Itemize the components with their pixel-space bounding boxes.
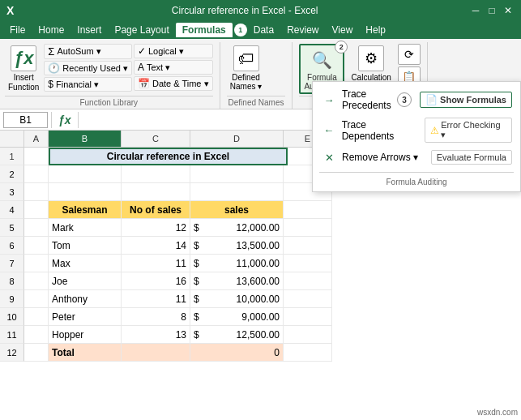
menu-review[interactable]: Review xyxy=(280,23,325,37)
cell-a4[interactable] xyxy=(24,201,49,219)
cell-c7[interactable]: 11 xyxy=(122,255,190,272)
row-num-5: 5 xyxy=(0,219,24,237)
cell-e6[interactable] xyxy=(284,237,332,255)
table-row: 5 Mark 12 $12,000.00 xyxy=(0,219,521,237)
cell-a6[interactable] xyxy=(24,237,49,255)
insert-function-btn[interactable]: ƒx InsertFunction xyxy=(5,44,42,94)
logical-btn[interactable]: ✓ Logical ▾ xyxy=(134,44,213,58)
corner-cell xyxy=(0,131,24,147)
cell-e10[interactable] xyxy=(284,308,332,326)
cell-a9[interactable] xyxy=(24,290,49,308)
menu-insert[interactable]: Insert xyxy=(70,23,108,37)
error-checking-btn[interactable]: ⚠ Error Checking ▾ xyxy=(425,118,512,143)
cell-c6[interactable]: 14 xyxy=(122,237,190,255)
cell-b4[interactable]: Salesman xyxy=(49,201,122,219)
cell-b12[interactable]: Total xyxy=(49,344,122,362)
cell-d6[interactable]: $13,500.00 xyxy=(190,237,284,255)
cell-e9[interactable] xyxy=(284,290,332,308)
cell-e5[interactable] xyxy=(284,219,332,237)
cell-b5[interactable]: Mark xyxy=(49,219,122,237)
cell-d12[interactable]: 0 xyxy=(190,344,284,362)
cell-a2[interactable] xyxy=(24,165,49,183)
cell-a12[interactable] xyxy=(24,344,49,362)
cell-a10[interactable] xyxy=(24,308,49,326)
cell-c12[interactable] xyxy=(122,344,190,362)
cell-a5[interactable] xyxy=(24,219,49,237)
cell-c11[interactable]: 13 xyxy=(122,326,190,344)
watermark: wsxdn.com xyxy=(477,408,518,417)
cell-d7[interactable]: $11,000.00 xyxy=(190,255,284,272)
financial-btn[interactable]: $ Financial ▾ xyxy=(44,77,132,92)
trace-dependents-item[interactable]: ← Trace Dependents ⚠ Error Checking ▾ xyxy=(313,114,520,146)
cell-b10[interactable]: Peter xyxy=(49,308,122,326)
show-formulas-inline-btn[interactable]: 📄 Show Formulas xyxy=(420,92,512,108)
text-btn[interactable]: A Text ▾ xyxy=(134,60,213,75)
group-defined-names: 🏷 DefinedNames ▾ Defined Names xyxy=(220,42,293,109)
name-box[interactable] xyxy=(3,112,48,128)
cell-c4[interactable]: No of sales xyxy=(122,201,190,219)
cell-e11[interactable] xyxy=(284,326,332,344)
minimize-btn[interactable]: ─ xyxy=(469,4,482,17)
menu-data[interactable]: Data xyxy=(247,23,280,37)
cell-d8[interactable]: $13,600.00 xyxy=(190,272,284,290)
menu-bar: File Home Insert Page Layout Formulas 1 … xyxy=(0,21,521,39)
menu-file[interactable]: File xyxy=(3,23,32,37)
cell-b6[interactable]: Tom xyxy=(49,237,122,255)
cell-d10[interactable]: $9,000.00 xyxy=(190,308,284,326)
cell-e7[interactable] xyxy=(284,255,332,272)
maximize-btn[interactable]: □ xyxy=(485,4,498,17)
cell-d4[interactable]: sales xyxy=(190,201,284,219)
col-header-a[interactable]: A xyxy=(24,131,49,147)
autosum-btn[interactable]: Σ AutoSum ▾ xyxy=(44,44,132,59)
cell-c3[interactable] xyxy=(122,183,190,201)
cell-b9[interactable]: Anthony xyxy=(49,290,122,308)
fx-icon: ƒx xyxy=(11,45,36,71)
popup-footer: Formula Auditing xyxy=(313,176,520,188)
recently-used-btn[interactable]: 🕐 Recently Used ▾ xyxy=(44,61,132,75)
cell-a1[interactable] xyxy=(24,148,49,165)
menu-formulas[interactable]: Formulas xyxy=(176,23,233,37)
cell-a11[interactable] xyxy=(24,326,49,344)
cell-b8[interactable]: Joe xyxy=(49,272,122,290)
cell-c8[interactable]: 16 xyxy=(122,272,190,290)
menu-view[interactable]: View xyxy=(326,23,360,37)
cell-a7[interactable] xyxy=(24,255,49,272)
cell-d3[interactable] xyxy=(190,183,284,201)
table-row: 12 Total 0 xyxy=(0,344,521,362)
cell-d5[interactable]: $12,000.00 xyxy=(190,219,284,237)
cell-e12[interactable] xyxy=(284,344,332,362)
table-row: 6 Tom 14 $13,500.00 xyxy=(0,237,521,255)
col-header-b[interactable]: B xyxy=(49,131,122,147)
datetime-btn[interactable]: 📅 Date & Time ▾ xyxy=(134,76,213,91)
cell-d9[interactable]: $10,000.00 xyxy=(190,290,284,308)
cell-c10[interactable]: 8 xyxy=(122,308,190,326)
menu-home[interactable]: Home xyxy=(32,23,70,37)
cell-c5[interactable]: 12 xyxy=(122,219,190,237)
cell-a3[interactable] xyxy=(24,183,49,201)
cell-b1[interactable]: Circular reference in Excel xyxy=(49,148,288,165)
menu-page-layout[interactable]: Page Layout xyxy=(108,23,175,37)
cell-b7[interactable]: Max xyxy=(49,255,122,272)
cell-c2[interactable] xyxy=(122,165,190,183)
col-header-d[interactable]: D xyxy=(190,131,284,147)
cell-d2[interactable] xyxy=(190,165,284,183)
cell-b3[interactable] xyxy=(49,183,122,201)
calc-now-btn[interactable]: ⟳ xyxy=(398,44,421,65)
defined-names-btn[interactable]: 🏷 DefinedNames ▾ xyxy=(227,44,266,92)
row-num-4: 4 xyxy=(0,201,24,219)
trace-precedents-item[interactable]: → Trace Precedents 3 📄 Show Formulas xyxy=(313,85,520,114)
cell-e4[interactable] xyxy=(284,201,332,219)
cell-e8[interactable] xyxy=(284,272,332,290)
cell-b11[interactable]: Hopper xyxy=(49,326,122,344)
col-header-c[interactable]: C xyxy=(122,131,190,147)
evaluate-formula-btn[interactable]: Evaluate Formula xyxy=(431,150,512,165)
menu-help[interactable]: Help xyxy=(359,23,392,37)
close-btn[interactable]: ✕ xyxy=(502,4,515,17)
remove-arrows-item[interactable]: ✕ Remove Arrows ▾ Evaluate Formula xyxy=(313,146,520,169)
cell-a8[interactable] xyxy=(24,272,49,290)
cell-c9[interactable]: 11 xyxy=(122,290,190,308)
remove-arrows-icon: ✕ xyxy=(321,149,337,165)
cell-d11[interactable]: $12,500.00 xyxy=(190,326,284,344)
cell-b2[interactable] xyxy=(49,165,122,183)
trace-precedents-icon: → xyxy=(321,92,337,108)
